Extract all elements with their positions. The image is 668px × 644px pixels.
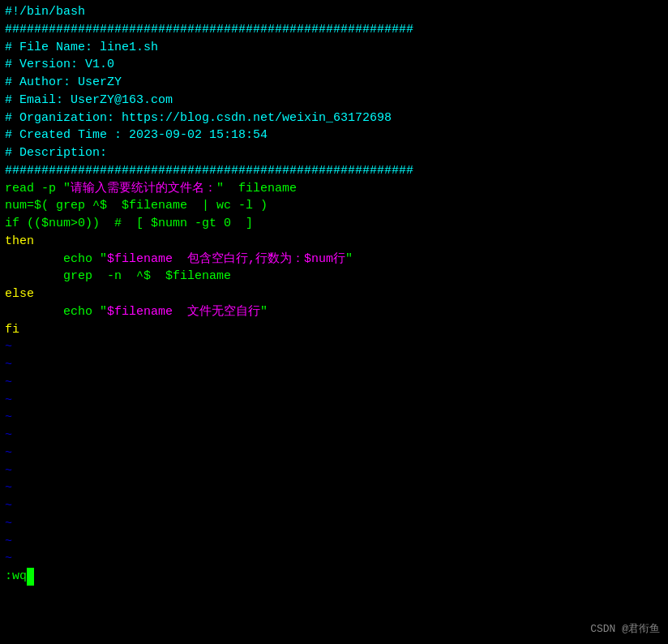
- terminal-line: read -p "请输入需要统计的文件名：" filename: [5, 180, 663, 198]
- terminal-line: ~: [5, 427, 663, 444]
- terminal-line: #!/bin/bash: [5, 3, 663, 21]
- terminal-line: ~: [5, 515, 663, 533]
- terminal-line: ~: [5, 462, 663, 480]
- terminal-window: #!/bin/bash#############################…: [0, 0, 668, 644]
- terminal-line: ########################################…: [5, 21, 663, 39]
- terminal-line: ~: [5, 533, 663, 551]
- terminal-line: ~: [5, 356, 663, 374]
- terminal-line: if (($num>0)) # [ $numn -gt 0 ]: [5, 215, 663, 233]
- terminal-line: ~: [5, 338, 663, 356]
- terminal-line: grep -n ^$ $filename: [5, 268, 663, 286]
- terminal-line: ~: [5, 374, 663, 392]
- terminal-line: ~: [5, 497, 663, 515]
- cursor-block: [27, 568, 34, 586]
- terminal-line: # Created Time : 2023-09-02 15:18:54: [5, 127, 663, 144]
- terminal-line: ~: [5, 444, 663, 462]
- terminal-line: # Author: UserZY: [5, 74, 663, 92]
- terminal-line: ~: [5, 550, 663, 568]
- terminal-line: # Description:: [5, 144, 663, 162]
- watermark: CSDN @君衔鱼: [590, 622, 660, 638]
- terminal-line: # File Name: line1.sh: [5, 39, 663, 57]
- terminal-line: # Version: V1.0: [5, 56, 663, 74]
- terminal-line: ~: [5, 392, 663, 410]
- terminal-line: # Organization: https://blog.csdn.net/we…: [5, 109, 663, 127]
- terminal-line: then: [5, 233, 663, 251]
- terminal-line: :wq: [5, 568, 663, 586]
- terminal-line: else: [5, 286, 663, 303]
- terminal-line: ########################################…: [5, 162, 663, 180]
- terminal-line: echo "$filename 包含空白行,行数为：$num行": [5, 251, 663, 268]
- terminal-line: echo "$filename 文件无空自行": [5, 303, 663, 321]
- terminal-line: fi: [5, 321, 663, 339]
- terminal-line: num=$( grep ^$ $filename | wc -l ): [5, 197, 663, 215]
- terminal-line: ~: [5, 479, 663, 497]
- terminal-line: # Email: UserZY@163.com: [5, 92, 663, 109]
- terminal-line: ~: [5, 409, 663, 427]
